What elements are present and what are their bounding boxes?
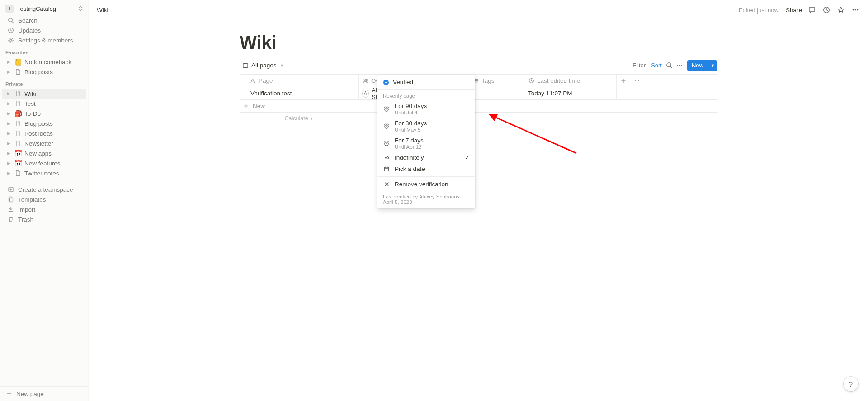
gear-icon (7, 37, 14, 44)
new-page-button[interactable]: New page (0, 386, 88, 401)
sidebar-item-label: Test (24, 100, 83, 107)
chevron-down-icon: ▼ (280, 63, 284, 68)
sidebar: T TestingCatalog Search Updates Settings… (0, 0, 89, 401)
sidebar-item-post-ideas[interactable]: ▶ Post ideas (2, 128, 86, 138)
chevron-down-icon[interactable]: ▼ (708, 60, 717, 71)
sidebar-search-label: Search (18, 17, 38, 24)
svg-line-13 (670, 66, 672, 68)
column-page[interactable]: Page (240, 75, 359, 87)
history-button[interactable] (819, 4, 834, 16)
filter-button[interactable]: Filter (630, 60, 648, 71)
sort-button[interactable]: Sort (648, 60, 665, 71)
chevron-right-icon: ▶ (5, 120, 12, 127)
reverify-option-7-days[interactable]: For 7 days Until Apr 12 (377, 135, 475, 152)
document-icon (14, 129, 22, 137)
verified-badge-icon (383, 79, 389, 85)
sidebar-updates[interactable]: Updates (2, 25, 86, 35)
option-label: Indefinitely (395, 154, 460, 161)
popover-status: Verified (393, 79, 413, 85)
sidebar-search[interactable]: Search (2, 15, 86, 25)
svg-rect-6 (10, 198, 13, 202)
chevron-down-icon: ▼ (310, 117, 314, 121)
table-icon (242, 62, 249, 69)
svg-line-1 (12, 21, 13, 23)
share-button[interactable]: Share (783, 5, 805, 15)
sidebar-item-newsletter[interactable]: ▶ Newsletter (2, 138, 86, 148)
sidebar-settings[interactable]: Settings & members (2, 35, 86, 45)
tab-all-pages[interactable]: All pages ▼ (240, 59, 287, 71)
sidebar-create-teamspace[interactable]: Create a teamspace (2, 184, 86, 194)
cell-page[interactable]: Verification test (240, 87, 359, 99)
sidebar-item-new-apps[interactable]: ▶ 📅 New apps (2, 148, 86, 158)
close-icon (383, 181, 390, 187)
add-column-button[interactable] (617, 75, 630, 87)
teamspace-icon (7, 186, 14, 193)
breadcrumb[interactable]: Wiki (94, 6, 111, 14)
sidebar-item-test[interactable]: ▶ Test (2, 99, 86, 109)
reverify-option-30-days[interactable]: For 30 days Until May 5 (377, 118, 475, 135)
search-icon (666, 62, 673, 69)
svg-point-16 (681, 65, 682, 66)
search-view-button[interactable] (665, 61, 675, 71)
sidebar-item-twitter-notes[interactable]: ▶ Twitter notes (2, 168, 86, 178)
svg-point-3 (10, 39, 12, 41)
main: Wiki Edited just now Share Wiki All page… (89, 0, 868, 401)
topbar: Wiki Edited just now Share (89, 0, 868, 20)
svg-point-15 (679, 65, 680, 66)
svg-point-18 (366, 79, 367, 80)
calculate-button[interactable]: Calculate ▼ (284, 115, 313, 122)
calculate-label: Calculate (284, 115, 308, 122)
sidebar-create-teamspace-label: Create a teamspace (18, 186, 73, 193)
sidebar-item-label: New apps (24, 150, 83, 157)
more-button[interactable] (848, 4, 863, 16)
comments-button[interactable] (805, 4, 819, 16)
sidebar-item-todo[interactable]: ▶ 🎒 To-Do (2, 109, 86, 118)
help-button[interactable]: ? (844, 377, 858, 391)
sidebar-item-blog-posts[interactable]: ▶ Blog posts (2, 118, 86, 128)
sidebar-templates[interactable]: Templates (2, 194, 86, 204)
remove-label: Remove verification (395, 181, 470, 188)
option-label: For 30 days (395, 120, 470, 127)
sidebar-item-notion-comeback[interactable]: ▶ 📒 Notion comeback (2, 57, 86, 67)
chevron-right-icon: ▶ (5, 59, 12, 65)
popover-footer: Last verified by Alexey Shabanov April 5… (377, 190, 475, 208)
alarm-icon (383, 140, 390, 146)
sidebar-updates-label: Updates (18, 27, 41, 34)
sidebar-item-blog-posts-fav[interactable]: ▶ Blog posts (2, 67, 86, 77)
person-property-icon (362, 78, 368, 84)
option-label: For 7 days (395, 137, 470, 144)
remove-verification-button[interactable]: Remove verification (377, 179, 475, 190)
option-label: Pick a date (395, 165, 470, 172)
sidebar-item-label: Blog posts (24, 69, 83, 75)
new-record-button[interactable]: New ▼ (687, 60, 717, 71)
page-title[interactable]: Wiki (240, 20, 717, 57)
check-icon: ✓ (465, 154, 470, 161)
new-row-button[interactable]: New (240, 100, 717, 113)
sidebar-item-new-features[interactable]: ▶ 📅 New features (2, 158, 86, 168)
sidebar-trash[interactable]: Trash (2, 214, 86, 224)
sidebar-item-label: New features (24, 160, 83, 167)
reverify-option-indefinitely[interactable]: Indefinitely ✓ (377, 152, 475, 163)
reverify-option-pick-date[interactable]: Pick a date (377, 163, 475, 175)
chevron-right-icon: ▶ (5, 130, 12, 137)
chevron-updown-icon (78, 6, 83, 11)
workspace-switcher[interactable]: T TestingCatalog (0, 0, 88, 15)
workspace-name: TestingCatalog (17, 5, 75, 12)
sidebar-import[interactable]: Import (2, 204, 86, 214)
column-tags[interactable]: Tags (469, 75, 524, 87)
favorite-button[interactable] (834, 4, 848, 16)
view-options-button[interactable] (675, 61, 684, 71)
table-row[interactable]: Verification test A Alexey Shabanov Ver (240, 87, 717, 100)
avatar: A (362, 90, 369, 98)
chevron-right-icon: ▶ (5, 170, 12, 176)
column-last-edited[interactable]: Last edited time (524, 75, 617, 87)
svg-point-9 (855, 9, 856, 11)
import-icon (7, 206, 14, 213)
sidebar-item-wiki[interactable]: ▶ Wiki (2, 89, 86, 99)
column-options-button[interactable] (630, 75, 644, 87)
cell-tags[interactable] (469, 87, 524, 99)
new-page-label: New page (16, 391, 44, 397)
sidebar-item-label: Blog posts (24, 120, 83, 127)
reverify-option-90-days[interactable]: For 90 days Until Jul 4 (377, 100, 475, 118)
search-icon (7, 17, 14, 24)
